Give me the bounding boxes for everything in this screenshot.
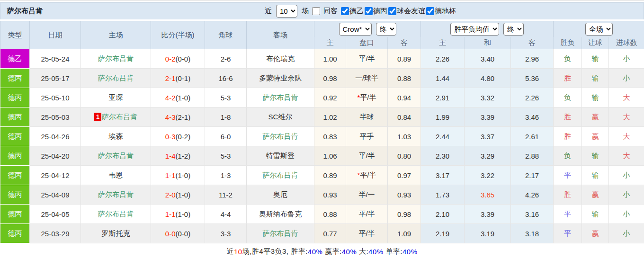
match-date: 25-05-17 [30,69,81,88]
fulltime-score: 2-1 [165,74,176,82]
result-wdl: 平 [554,224,582,243]
corners: 5-3 [205,146,247,166]
league-checkbox-0[interactable] [341,7,349,15]
result-letball: 输 [582,146,609,166]
result-wdl: 平 [554,205,582,224]
fulltime-score: 0-2 [165,55,176,63]
halftime-score: (0-1) [176,74,191,82]
subcol-handicap-away: 客 [388,37,421,49]
corners: 4-4 [205,205,247,224]
league-type-badge: 德丙 [0,107,30,127]
fulltime-score: 0-3 [165,133,176,141]
league-filter-item: 德丙 [365,7,387,16]
league-checkbox-3[interactable] [426,7,434,15]
league-type-badge: 德乙 [0,49,30,69]
subcol-result-letball: 让球 [582,37,609,49]
summary-segment: 单率: [384,247,402,256]
result-goals: 小 [609,224,644,243]
handicap-line: *平/半 [346,88,388,107]
handicap-home-odds: 1.02 [314,107,346,127]
away-team: SC维尔 [247,107,314,127]
halftime-score: (1-0) [176,94,191,102]
recent-count-select[interactable]: 10 [276,5,297,18]
avg-home-odds: 3.17 [421,166,465,185]
league-filter-item: 球会友谊 [388,7,425,16]
team-title: 萨尔布吕肯 [7,7,43,16]
avg-away-odds: 2.88 [511,146,554,166]
halftime-score: (1-2) [176,152,191,160]
result-wdl: 胜 [554,107,582,127]
result-wdl: 负 [554,49,582,69]
fulltime-score: 4-3 [165,113,176,121]
summary-segment: 40% [402,248,418,256]
halftime-score: (0-0) [176,230,191,238]
handicap-away-odds: 0.88 [388,69,421,88]
avg-away-odds: 2.26 [511,88,554,107]
result-letball: 输 [582,69,609,88]
handicap-star: * [357,93,360,101]
avg-time-select[interactable]: 终 [503,23,524,36]
halftime-score: (0-2) [176,133,191,141]
fulltime-score: 2-0 [165,191,176,199]
halftime-score: (0-0) [176,55,191,63]
league-checkbox-2[interactable] [388,7,396,15]
handicap-odds-group-header: Crow* 终 [314,21,421,37]
handicap-star: * [357,171,360,179]
match-date: 25-05-24 [30,49,81,69]
avg-odds-select[interactable]: 胜平负均值 [450,23,499,36]
halftime-score: (1-0) [176,171,191,179]
home-team: 萨尔布吕肯 [81,205,151,224]
scope-select[interactable]: 全场 [585,23,613,36]
result-letball: 赢 [582,224,609,243]
subcol-result-goals: 进球数 [609,37,644,49]
bookmaker-time-select[interactable]: 终 [376,23,396,36]
score: 1-1(1-0) [151,166,205,185]
halftime-score: (1-0) [176,210,191,218]
col-header-home: 主场 [81,21,151,49]
handicap-line: 平/半 [346,224,388,243]
avg-draw-odds: 3.32 [465,88,511,107]
table-row: 德丙25-05-031萨尔布吕肯4-3(2-1)1-8SC维尔1.02半球0.8… [0,107,644,127]
table-row: 德乙25-05-24萨尔布吕肯0-2(0-0)2-6布伦瑞克1.00平/半0.8… [0,49,644,69]
away-team: 萨尔布吕肯 [247,166,314,185]
result-letball: 赢 [582,185,609,205]
result-wdl: 平 [554,166,582,185]
corners: 1-3 [205,166,247,185]
match-date: 25-04-20 [30,146,81,166]
handicap-home-odds: 0.98 [314,69,346,88]
league-type-badge: 德丙 [0,185,30,205]
result-goals: 大 [609,88,644,107]
league-label: 德地杯 [435,7,456,16]
bookmaker-select[interactable]: Crow* [339,23,372,36]
avg-draw-odds: 3.22 [465,166,511,185]
handicap-line: *平/半 [346,166,388,185]
away-team: 奥厄 [247,185,314,205]
handicap-home-odds: 1.06 [314,146,346,166]
handicap-home-odds: 0.89 [314,166,346,185]
handicap-line: 平/半 [346,205,388,224]
summary-segment: 大: [357,247,368,256]
league-checkbox-1[interactable] [365,7,373,15]
handicap-away-odds: 0.80 [388,146,421,166]
result-letball: 输 [582,205,609,224]
match-rows: 德乙25-05-24萨尔布吕肯0-2(0-0)2-6布伦瑞克1.00平/半0.8… [0,49,644,243]
same-venue-checkbox[interactable] [312,7,320,15]
handicap-home-odds: 0.77 [314,224,346,243]
league-type-badge: 德丙 [0,127,30,146]
corners: 2-6 [205,49,247,69]
avg-draw-odds: 3.37 [465,127,511,146]
corners: 16-6 [205,69,247,88]
match-date: 25-05-03 [30,107,81,127]
avg-draw-odds: 3.19 [465,224,511,243]
col-header-away: 客场 [247,21,314,49]
league-label: 德乙 [349,7,364,16]
same-venue-label: 同客 [323,7,338,16]
result-goals: 大 [609,146,644,166]
home-team: 萨尔布吕肯 [81,185,151,205]
score: 4-3(2-1) [151,107,205,127]
result-goals: 小 [609,69,644,88]
score: 0-2(0-0) [151,49,205,69]
avg-home-odds: 1.99 [421,107,465,127]
home-team: 韦恩 [81,166,151,185]
avg-home-odds: 2.44 [421,127,465,146]
